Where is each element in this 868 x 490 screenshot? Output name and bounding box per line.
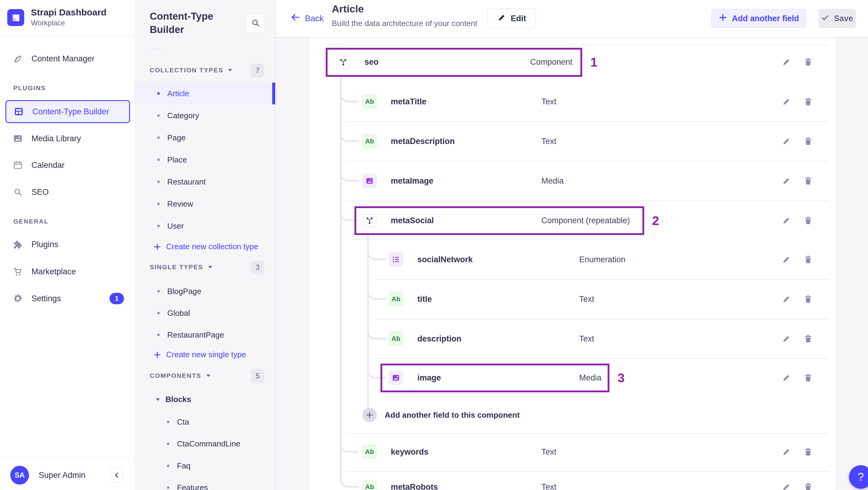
- trash-icon: [804, 483, 813, 490]
- collapse-sidebar-button[interactable]: [111, 468, 123, 483]
- panel-item-faq[interactable]: Faq: [134, 455, 275, 477]
- panel-item-place[interactable]: Place: [134, 149, 275, 171]
- panel-item-features[interactable]: Features: [134, 477, 275, 490]
- bullet-icon: [157, 203, 160, 205]
- panel-item-restaurantpage[interactable]: RestaurantPage: [134, 324, 275, 346]
- edit-field-button[interactable]: [780, 55, 793, 69]
- sidebar-item-content-manager[interactable]: Content Manager: [5, 47, 130, 70]
- panel-section-label: SINGLE TYPES: [150, 264, 203, 271]
- annotation-number: 1: [590, 55, 597, 69]
- edit-field-button[interactable]: [780, 95, 793, 108]
- panel-section-header[interactable]: SINGLE TYPES: [150, 264, 213, 271]
- panel-item-label: Faq: [177, 461, 190, 471]
- sidebar-item-plugins[interactable]: Plugins: [5, 233, 130, 256]
- delete-field-button[interactable]: [802, 445, 815, 459]
- panel-item-category[interactable]: Category: [134, 105, 275, 126]
- delete-field-button[interactable]: [802, 174, 815, 187]
- question-icon: ?: [858, 471, 864, 483]
- text-icon: Ab: [363, 95, 376, 109]
- delete-field-button[interactable]: [802, 214, 815, 227]
- app-title: Strapi Dashboard: [31, 7, 106, 18]
- field-name: socialNetwork: [417, 255, 473, 264]
- panel-item-global[interactable]: Global: [134, 302, 275, 324]
- create-new-type-link[interactable]: Create new collection type: [153, 242, 258, 251]
- delete-field-button[interactable]: [802, 95, 815, 108]
- edit-field-button[interactable]: [780, 371, 793, 385]
- trash-icon: [804, 334, 813, 343]
- delete-field-button[interactable]: [802, 293, 815, 306]
- panel-item-user[interactable]: User: [134, 215, 275, 237]
- edit-field-button[interactable]: [780, 134, 793, 148]
- delete-field-button[interactable]: [802, 134, 815, 148]
- panel-item-label: Place: [167, 155, 187, 164]
- text-icon: Ab: [363, 134, 376, 148]
- panel-item-review[interactable]: Review: [134, 193, 275, 215]
- panel-group-blocks[interactable]: Blocks: [155, 395, 191, 404]
- edit-field-button[interactable]: [780, 332, 793, 345]
- panel-item-ctacommandline[interactable]: CtaCommandLine: [134, 433, 275, 455]
- annotation-box-1: [326, 48, 582, 77]
- panel-item-blogpage[interactable]: BlogPage: [134, 280, 275, 302]
- edit-field-button[interactable]: [780, 253, 793, 266]
- panel-item-restaurant[interactable]: Restaurant: [134, 171, 275, 193]
- field-name: description: [417, 334, 462, 344]
- edit-field-button[interactable]: [780, 480, 793, 490]
- tree-line: [367, 235, 369, 408]
- delete-field-button[interactable]: [802, 332, 815, 345]
- edit-button[interactable]: Edit: [488, 8, 536, 28]
- sidebar-item-marketplace[interactable]: Marketplace: [5, 260, 130, 283]
- edit-field-button[interactable]: [780, 293, 793, 306]
- field-type: Text: [541, 97, 557, 106]
- field-type: Text: [541, 137, 557, 146]
- sidebar-item-calendar[interactable]: Calendar: [5, 154, 130, 177]
- text-icon: Ab: [389, 292, 403, 306]
- sidebar-item-settings[interactable]: Settings1: [5, 287, 130, 310]
- bullet-icon: [167, 465, 169, 467]
- save-label: Save: [834, 14, 853, 23]
- panel-item-label: Global: [167, 308, 190, 318]
- bullet-icon: [157, 92, 160, 95]
- panel-item-article[interactable]: Article: [134, 83, 275, 104]
- back-arrow-icon: [290, 12, 301, 25]
- pencil-icon: [782, 176, 791, 185]
- edit-field-button[interactable]: [780, 445, 793, 459]
- nav-section-label: GENERAL: [13, 218, 49, 225]
- avatar[interactable]: SA: [10, 466, 29, 485]
- save-button[interactable]: Save: [819, 9, 856, 28]
- delete-field-button[interactable]: [802, 371, 815, 385]
- row-divider: [374, 279, 829, 280]
- bullet-icon: [157, 225, 160, 227]
- panel-item-cta[interactable]: Cta: [134, 411, 275, 433]
- sidebar-item-seo[interactable]: SEO: [5, 181, 130, 204]
- edit-field-button[interactable]: [780, 174, 793, 187]
- field-type: Media: [541, 176, 564, 186]
- back-link[interactable]: Back: [290, 12, 323, 25]
- main-sidebar: Strapi Dashboard Workplace Content Manag…: [0, 0, 135, 490]
- create-new-type-link[interactable]: Create new single type: [153, 350, 246, 359]
- tree-elbow: [367, 285, 386, 300]
- edit-field-button[interactable]: [780, 214, 793, 227]
- panel-item-page[interactable]: Page: [134, 127, 275, 149]
- bullet-icon: [157, 158, 160, 161]
- delete-field-button[interactable]: [802, 253, 815, 266]
- delete-field-button[interactable]: [802, 480, 815, 490]
- bullet-icon: [167, 421, 169, 423]
- panel-section-header[interactable]: COLLECTION TYPES: [150, 66, 233, 74]
- sidebar-item-media-library[interactable]: Media Library: [5, 127, 130, 150]
- panel-section-header[interactable]: COMPONENTS: [150, 372, 211, 379]
- create-new-type-label: Create new single type: [166, 350, 246, 359]
- add-another-field-button[interactable]: Add another field: [711, 9, 806, 28]
- panel-item-label: BlogPage: [167, 287, 202, 296]
- row-divider: [374, 319, 829, 319]
- search-button[interactable]: [246, 13, 265, 33]
- check-icon: [821, 13, 829, 24]
- sidebar-item-label: Content Manager: [31, 54, 95, 63]
- sidebar-item-content-type-builder[interactable]: Content-Type Builder: [5, 100, 130, 123]
- delete-field-button[interactable]: [802, 55, 815, 69]
- annotation-number: 2: [652, 214, 659, 228]
- pencil-icon: [782, 137, 791, 146]
- add-field-to-component-button[interactable]: [362, 408, 377, 422]
- help-button[interactable]: ?: [849, 465, 868, 489]
- bullet-icon: [157, 312, 160, 314]
- pencil-icon: [782, 216, 791, 225]
